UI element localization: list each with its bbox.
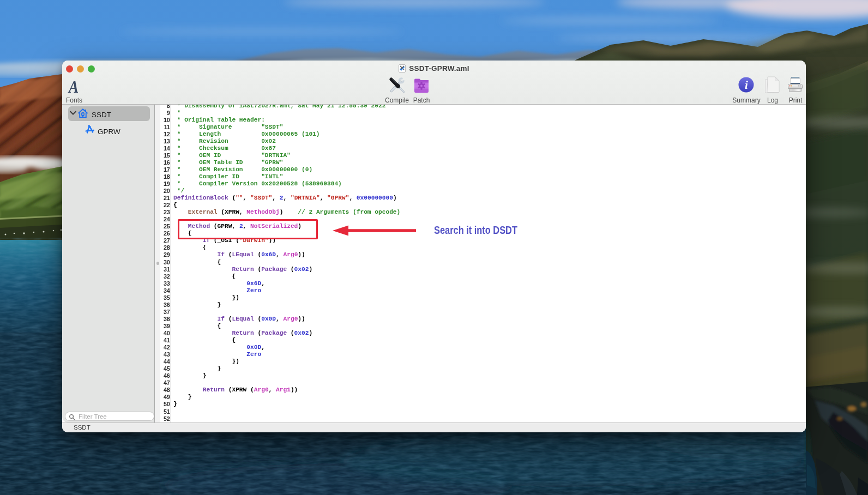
svg-text:i: i	[745, 79, 748, 92]
